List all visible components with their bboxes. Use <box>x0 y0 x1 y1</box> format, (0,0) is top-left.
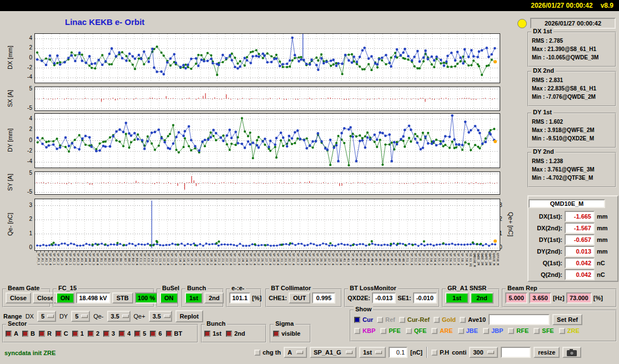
checkbox-indicator <box>483 328 489 334</box>
checkbox-4[interactable]: 4 <box>119 330 130 337</box>
monitor-row: Q(2nd): 0.042 nC <box>529 269 617 280</box>
checkbox-ref[interactable]: Ref <box>377 316 395 323</box>
stats-dx-2nd: DX 2nd RMS : 2.831 Max : 22.835@S8_61_H1… <box>527 71 616 107</box>
svg-text:SP_A3_4: SP_A3_4 <box>80 253 84 265</box>
sigma-group: Sigma visible <box>270 324 311 343</box>
monitor-unit: mm <box>597 213 608 220</box>
svg-text:SP_52_2: SP_52_2 <box>414 253 417 265</box>
ee-ratio-unit: [%] <box>252 295 261 301</box>
axis-tick: 2 <box>19 216 32 222</box>
snsr-2nd-button[interactable]: 2nd <box>470 292 494 304</box>
bpm-monitor-panel: QMD10E_M DX(1st): -1.665 mm DX(2nd): -1.… <box>527 195 618 282</box>
extra-input[interactable] <box>501 347 531 358</box>
svg-text:SP_42_4: SP_42_4 <box>355 253 359 265</box>
set-ref-button[interactable]: Set Ref <box>552 314 582 325</box>
range-qe-minus-select[interactable]: 3.5 <box>107 311 130 322</box>
screenshot-button[interactable] <box>562 347 581 358</box>
checkbox-cur[interactable]: Cur <box>354 316 373 323</box>
bunch-1st-button[interactable]: 1st <box>185 292 203 304</box>
monitor-row: DY(1st): -0.657 mm <box>529 234 617 245</box>
svg-text:SP_C3_2: SP_C3_2 <box>147 253 150 265</box>
checkbox-pfe[interactable]: PFE <box>380 327 400 334</box>
checkbox-chg-th[interactable]: chg th <box>254 349 281 356</box>
beam-gate-close-1-button[interactable]: Close <box>6 292 31 304</box>
checkbox-c[interactable]: C <box>56 330 68 337</box>
monitor-unit: mm <box>597 225 608 231</box>
checkbox-1st[interactable]: 1st <box>204 330 222 337</box>
p-h-label: P.H <box>440 349 449 356</box>
bunch-select[interactable]: 1st <box>359 347 386 358</box>
count-select[interactable]: 300 <box>469 347 498 358</box>
checkbox-zre[interactable]: ZRE <box>559 327 580 334</box>
svg-text:SP_36_2: SP_36_2 <box>319 253 323 265</box>
sector-select[interactable]: A <box>284 347 307 358</box>
svg-text:SP_A3_2: SP_A3_2 <box>72 253 76 265</box>
checkbox-indicator <box>273 331 279 337</box>
busel-on-button[interactable]: ON <box>160 292 178 304</box>
checkbox-cur-ref[interactable]: Cur-Ref <box>399 316 430 323</box>
checkbox-label: KBP <box>363 327 375 334</box>
snsr-1st-button[interactable]: 1st <box>445 292 469 304</box>
status-message: syncdata init ZRE <box>4 350 56 356</box>
checkbox-are[interactable]: ARE <box>431 327 452 334</box>
checkbox-5[interactable]: 5 <box>134 330 146 337</box>
svg-text:SP_24_4: SP_24_4 <box>245 253 249 265</box>
checkbox-sfe[interactable]: SFE <box>534 327 553 334</box>
svg-text:SP_27_2: SP_27_2 <box>264 253 268 265</box>
checkbox-2nd[interactable]: 2nd <box>226 330 245 337</box>
checkbox-3[interactable]: 3 <box>103 330 115 337</box>
svg-text:SP_51_4: SP_51_4 <box>410 253 414 265</box>
che1-out-button[interactable]: OUT <box>289 292 310 304</box>
checkbox-r[interactable]: R <box>39 330 52 337</box>
fc15-on-button[interactable]: ON <box>56 292 74 304</box>
checkbox-bt[interactable]: BT <box>166 330 183 337</box>
range-dx-select[interactable]: 5 <box>37 311 56 322</box>
checkbox-b[interactable]: B <box>22 330 35 337</box>
group-select[interactable]: SP_A1_G <box>310 347 356 358</box>
checkbox-label: Cur-Ref <box>407 316 430 323</box>
checkbox-qfe[interactable]: QFE <box>406 327 427 334</box>
svg-text:SP_13_2: SP_13_2 <box>170 253 174 265</box>
checkbox-indicator <box>559 328 565 334</box>
checkbox-gold[interactable]: Gold <box>434 316 456 323</box>
checkbox-1[interactable]: 1 <box>72 330 84 337</box>
checkbox-rfe[interactable]: RFE <box>508 327 529 334</box>
fc15-stb-button[interactable]: STB <box>112 292 133 304</box>
bunch-2nd-button[interactable]: 2nd <box>204 292 224 304</box>
checkbox-p-h[interactable]: P.H <box>431 349 449 356</box>
sector-label: Sector <box>6 320 28 327</box>
monitor-unit: mm <box>597 248 608 255</box>
svg-text:SP_25_4: SP_25_4 <box>253 253 256 265</box>
stat-rms: RMS : 2.831 <box>529 76 615 84</box>
stats-title: DX 1st <box>531 28 553 34</box>
svg-text:SP_A3_3: SP_A3_3 <box>76 253 80 265</box>
checkbox-jbp[interactable]: JBP <box>483 327 503 334</box>
checkbox-2[interactable]: 2 <box>88 330 99 337</box>
checkbox-kbp[interactable]: KBP <box>354 327 375 334</box>
svg-text:SP_A2_4: SP_A2_4 <box>64 253 68 265</box>
range-dy-select[interactable]: 5 <box>71 311 90 322</box>
checkbox-indicator <box>119 331 125 337</box>
range-qe-plus-select[interactable]: 3.5 <box>149 311 172 322</box>
svg-text:SP_A2_1: SP_A2_1 <box>52 253 56 265</box>
set-ref-input[interactable] <box>489 314 550 325</box>
svg-text:SP_B7_2: SP_B7_2 <box>123 253 127 265</box>
svg-text:SP_22_2: SP_22_2 <box>225 253 229 265</box>
axis-tick: 0 <box>19 137 32 143</box>
checkbox-indicator <box>380 328 386 334</box>
checkbox-ave10[interactable]: Ave10 <box>460 316 486 323</box>
checkbox-a[interactable]: A <box>6 330 18 337</box>
checkbox-jbe[interactable]: JBE <box>458 327 478 334</box>
threshold-input[interactable] <box>389 347 407 358</box>
checkbox-visible[interactable]: visible <box>273 330 300 337</box>
svg-text:SP_26_4: SP_26_4 <box>260 253 264 265</box>
checkbox-label: BT <box>174 330 183 337</box>
range-dy-label: DY <box>59 313 68 320</box>
replot-button[interactable]: Replot <box>175 310 203 322</box>
optionmenu-indicator-icon <box>47 315 54 318</box>
axis-tick: 1 <box>19 230 32 236</box>
resize-button[interactable]: resize <box>534 347 560 358</box>
checkbox-6[interactable]: 6 <box>150 330 162 337</box>
axis-label-sx: SX [A] <box>6 87 14 110</box>
checkbox-indicator <box>88 331 94 337</box>
